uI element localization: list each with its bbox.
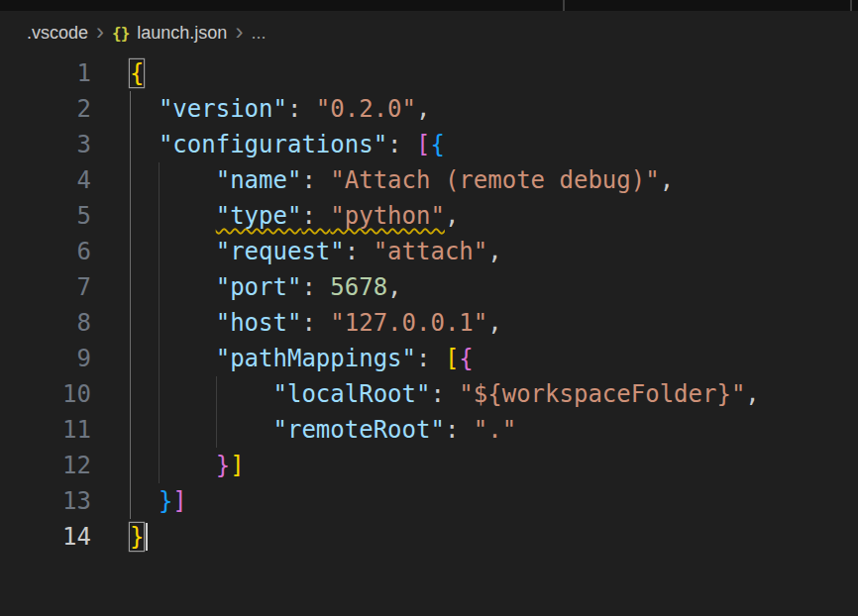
breadcrumb-item-more[interactable]: ... — [251, 23, 266, 44]
code-token: : — [301, 273, 330, 301]
vscode-window: .vscode › {} launch.json › ... 1{2 "vers… — [0, 0, 858, 616]
line-number[interactable]: 2 — [0, 91, 91, 127]
breadcrumb-item-vscode[interactable]: .vscode — [27, 23, 88, 44]
line-number[interactable]: 7 — [0, 269, 91, 305]
code-text[interactable]: "name": "Attach (remote debug)", — [91, 162, 674, 198]
code-token: { — [430, 131, 444, 158]
line-number[interactable]: 13 — [0, 483, 91, 519]
line-number[interactable]: 3 — [0, 127, 91, 162]
code-text[interactable]: } — [91, 519, 148, 555]
code-line: 6 "request": "attach", — [0, 234, 858, 269]
matched-bracket: { — [130, 59, 144, 87]
code-token — [130, 345, 216, 372]
editor: 1{2 "version": "0.2.0",3 "configurations… — [0, 55, 858, 616]
code-token: , — [445, 202, 459, 230]
matched-bracket: } — [130, 523, 144, 551]
code-token: "request" — [216, 238, 345, 265]
breadcrumb: .vscode › {} launch.json › ... — [0, 11, 858, 55]
code-token: , — [416, 95, 430, 123]
code-token: : — [430, 380, 459, 408]
code-text[interactable]: "remoteRoot": "." — [91, 412, 516, 448]
code-token — [130, 238, 216, 265]
code-token: "host" — [216, 309, 302, 337]
code-token: } — [159, 487, 172, 515]
code-token — [130, 309, 216, 337]
code-token: "port" — [216, 273, 302, 301]
line-number[interactable]: 8 — [0, 305, 91, 341]
code-text[interactable]: "type": "python", — [91, 198, 459, 234]
code-line: 1{ — [0, 55, 858, 91]
code-token: : — [445, 416, 474, 444]
code-text[interactable]: { — [91, 55, 144, 91]
code-token: , — [487, 309, 501, 337]
line-number[interactable]: 6 — [0, 234, 91, 269]
code-token: "${workspaceFolder}" — [459, 380, 745, 408]
chevron-right-icon: › — [235, 23, 243, 41]
code-text[interactable]: "localRoot": "${workspaceFolder}", — [91, 376, 760, 412]
text-cursor — [146, 523, 148, 551]
code-token: [ — [445, 345, 459, 372]
code-text[interactable]: }] — [91, 448, 245, 483]
tab-divider — [850, 0, 852, 11]
code-token: "127.0.0.1" — [330, 309, 487, 337]
breadcrumb-item-launch-json[interactable]: launch.json — [137, 23, 227, 44]
code-token — [130, 273, 216, 301]
code-token — [130, 416, 273, 444]
code-token: : — [416, 345, 445, 372]
code-token: "name" — [216, 166, 302, 194]
code-line: 10 "localRoot": "${workspaceFolder}", — [0, 376, 858, 412]
code-line: 9 "pathMappings": [{ — [0, 341, 858, 376]
line-number[interactable]: 10 — [0, 376, 91, 412]
code-text[interactable]: "pathMappings": [{ — [91, 341, 474, 376]
code-token: : — [301, 309, 330, 337]
code-token: "attach" — [374, 238, 488, 265]
code-line: 4 "name": "Attach (remote debug)", — [0, 162, 858, 198]
line-number[interactable]: 11 — [0, 412, 91, 448]
code-token: : — [387, 131, 416, 158]
code-text[interactable]: }] — [91, 483, 187, 519]
code-token: "Attach (remote debug)" — [330, 166, 659, 194]
code-lines: 1{2 "version": "0.2.0",3 "configurations… — [0, 55, 858, 555]
code-token: [ — [416, 131, 430, 158]
code-token: , — [387, 273, 401, 301]
code-line: 7 "port": 5678, — [0, 269, 858, 305]
chevron-right-icon: › — [96, 23, 104, 41]
code-line: 13 }] — [0, 483, 858, 519]
line-number[interactable]: 5 — [0, 198, 91, 234]
tab-divider — [563, 0, 565, 11]
code-token: , — [745, 380, 759, 408]
code-token: { — [459, 345, 473, 372]
code-line: 3 "configurations": [{ — [0, 127, 858, 162]
code-token — [130, 452, 216, 479]
line-number[interactable]: 12 — [0, 448, 91, 483]
code-token: } — [216, 452, 230, 479]
code-token: "type" — [216, 202, 302, 230]
code-token: "python" — [330, 202, 445, 230]
code-token: "configurations" — [159, 131, 387, 158]
code-line: 12 }] — [0, 448, 858, 483]
json-braces-icon: {} — [112, 24, 129, 43]
line-number[interactable]: 14 — [0, 519, 91, 555]
code-token: "remoteRoot" — [273, 416, 445, 444]
code-token: ] — [230, 452, 244, 479]
line-number[interactable]: 1 — [0, 55, 91, 91]
code-token: "." — [474, 416, 516, 444]
code-line: 8 "host": "127.0.0.1", — [0, 305, 858, 341]
code-token: "0.2.0" — [316, 95, 416, 123]
code-token: "pathMappings" — [216, 345, 416, 372]
code-text[interactable]: "port": 5678, — [91, 269, 402, 305]
code-line: 11 "remoteRoot": "." — [0, 412, 858, 448]
code-token: : — [301, 166, 330, 194]
code-text[interactable]: "configurations": [{ — [91, 127, 445, 162]
code-text[interactable]: "version": "0.2.0", — [91, 91, 430, 127]
line-number[interactable]: 4 — [0, 162, 91, 198]
code-line: 14} — [0, 519, 858, 555]
code-token: : — [345, 238, 374, 265]
code-token: : — [301, 202, 330, 230]
code-text[interactable]: "request": "attach", — [91, 234, 502, 269]
code-token — [130, 131, 159, 158]
code-token: : — [287, 95, 316, 123]
code-token: "localRoot" — [273, 380, 431, 408]
line-number[interactable]: 9 — [0, 341, 91, 376]
code-text[interactable]: "host": "127.0.0.1", — [91, 305, 502, 341]
